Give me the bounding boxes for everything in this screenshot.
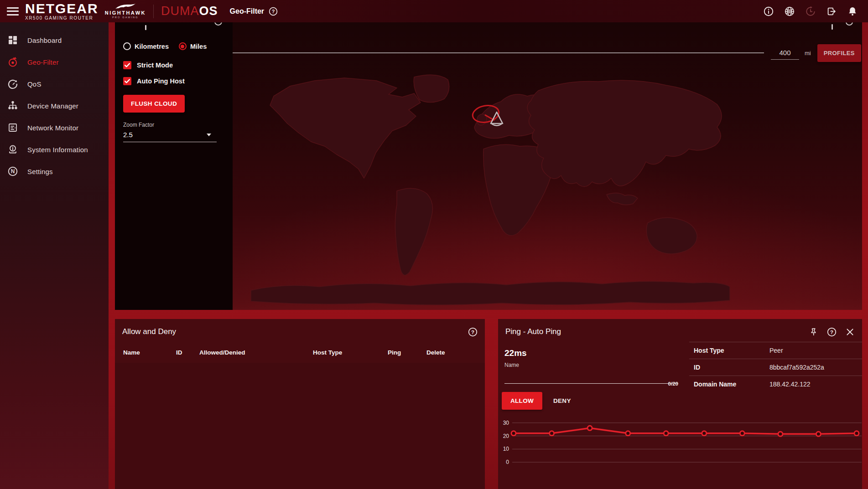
- sidebar-item-label: QoS: [27, 80, 42, 88]
- ping-panel-title: Ping - Auto Ping: [505, 327, 800, 336]
- detail-label: Domain Name: [694, 381, 769, 388]
- history-icon[interactable]: [805, 6, 816, 17]
- detail-value: 8bbcaf7a592a252a: [769, 364, 824, 371]
- topbar-icons: [763, 6, 858, 17]
- close-icon[interactable]: [845, 327, 855, 337]
- column-header-allowed-denied: Allowed/Denied: [199, 349, 313, 356]
- sidebar: DashboardGeo-FilterQoSDevice ManagerNetw…: [0, 22, 109, 489]
- checkbox-row-strict-mode[interactable]: Strict Mode: [123, 61, 233, 69]
- svg-text:?: ?: [272, 9, 275, 14]
- y-axis-tick-label: 20: [503, 433, 509, 439]
- sidebar-item-system-information[interactable]: System Information: [0, 139, 109, 160]
- radio-label-kilometres: Kilometres: [135, 43, 169, 50]
- map-south-america: [395, 188, 432, 275]
- data-point-marker: [778, 432, 783, 436]
- allow-deny-help-icon[interactable]: ?: [468, 327, 478, 337]
- menu-icon[interactable]: [7, 7, 19, 15]
- svg-text:N: N: [11, 168, 15, 175]
- data-point-marker: [664, 431, 668, 436]
- zoom-factor-label: Zoom Factor: [123, 122, 233, 128]
- brand-subtitle: XR500 GAMING ROUTER: [25, 16, 99, 21]
- zoom-factor-select[interactable]: 2.5: [123, 129, 217, 142]
- radio-kilometres[interactable]: [123, 42, 131, 50]
- network-monitor-icon: [7, 122, 18, 133]
- ping-help-icon[interactable]: ?: [827, 327, 837, 337]
- detail-value: 188.42.42.122: [769, 381, 811, 388]
- map-north-america: [270, 78, 421, 178]
- radio-miles[interactable]: [179, 42, 187, 50]
- checkbox-strict-mode[interactable]: [123, 61, 131, 69]
- distance-slider[interactable]: [233, 52, 764, 53]
- data-point-marker: [740, 431, 744, 436]
- char-counter: 0/20: [668, 381, 678, 386]
- topbar-divider: [153, 5, 154, 18]
- sidebar-item-label: Network Monitor: [27, 124, 78, 132]
- logout-icon[interactable]: [826, 6, 837, 17]
- system-information-icon: [7, 144, 18, 155]
- detail-row-id: ID8bbcaf7a592a252a: [689, 359, 862, 376]
- sidebar-item-dashboard[interactable]: Dashboard: [0, 29, 109, 51]
- map-asia: [527, 80, 722, 186]
- allow-deny-table-header: NameIDAllowed/DeniedHost TypePingDelete: [115, 345, 485, 360]
- clipped-pin-icon: [832, 24, 833, 30]
- deny-button[interactable]: DENY: [542, 392, 582, 410]
- allow-deny-title: Allow and Deny: [122, 327, 459, 336]
- nighthawk-bird-icon: [115, 3, 136, 10]
- distance-unit-label: mi: [805, 50, 811, 57]
- allow-button[interactable]: ALLOW: [502, 392, 542, 410]
- column-header-id: ID: [176, 349, 199, 356]
- data-point-marker: [702, 431, 707, 436]
- profiles-button[interactable]: PROFILES: [817, 44, 861, 62]
- map-indonesia: [607, 193, 638, 205]
- checkbox-row-auto-ping-host[interactable]: Auto Ping Host: [123, 77, 233, 85]
- dumaos-logo: DUMAOS: [161, 5, 218, 17]
- geo-filter-map[interactable]: mi PROFILES: [233, 22, 862, 310]
- sidebar-item-device-manager[interactable]: Device Manager: [0, 95, 109, 117]
- sidebar-item-geo-filter[interactable]: Geo-Filter: [0, 51, 109, 73]
- geo-filter-icon: [7, 57, 18, 67]
- page-title: Geo-Filter: [230, 7, 265, 15]
- sidebar-item-settings[interactable]: NSettings: [0, 160, 109, 182]
- distance-unit-radio-group: KilometresMiles: [123, 42, 233, 50]
- netgear-logo: NETGEAR XR500 GAMING ROUTER: [25, 2, 99, 21]
- y-axis-tick-label: 0: [506, 459, 509, 465]
- qos-icon: [7, 78, 18, 89]
- y-axis-tick-label: 10: [503, 446, 509, 452]
- checkbox-auto-ping-host[interactable]: [123, 77, 131, 85]
- sidebar-item-label: Dashboard: [27, 36, 62, 44]
- column-header-ping: Ping: [388, 349, 426, 356]
- distance-input[interactable]: [771, 47, 799, 60]
- detail-label: Host Type: [694, 347, 769, 354]
- detail-row-host-type: Host TypePeer: [689, 342, 862, 359]
- nighthawk-logo: NIGHTHAWK PRO GAMING: [105, 3, 146, 19]
- name-input[interactable]: [504, 368, 678, 384]
- checkbox-label-strict-mode: Strict Mode: [137, 62, 173, 69]
- data-point-marker: [587, 426, 592, 430]
- bell-icon[interactable]: [847, 6, 858, 17]
- info-icon[interactable]: [763, 6, 774, 17]
- ping-history-chart: 3020100: [498, 417, 862, 485]
- zoom-factor-value: 2.5: [123, 131, 133, 139]
- globe-icon[interactable]: [784, 6, 795, 17]
- detail-value: Peer: [769, 347, 783, 354]
- sidebar-item-network-monitor[interactable]: Network Monitor: [0, 117, 109, 139]
- ping-panel: Ping - Auto Ping ? 22ms Name 0/20 ALLOW …: [498, 319, 862, 489]
- data-point-marker: [854, 431, 859, 436]
- flush-cloud-button[interactable]: FLUSH CLOUD: [123, 95, 185, 113]
- detail-label: ID: [694, 364, 769, 371]
- pin-icon[interactable]: [809, 327, 818, 337]
- data-point-marker: [550, 431, 554, 436]
- data-point-marker: [511, 431, 516, 436]
- svg-text:?: ?: [471, 329, 474, 335]
- name-label: Name: [504, 362, 678, 368]
- nighthawk-sublabel: PRO GAMING: [112, 16, 139, 19]
- page-help-icon[interactable]: ?: [269, 7, 278, 16]
- settings-icon: N: [7, 166, 18, 177]
- os-text: OS: [199, 4, 218, 18]
- y-axis-tick-label: 30: [503, 420, 509, 426]
- chevron-down-icon: [207, 134, 211, 136]
- allow-deny-panel: Allow and Deny ? NameIDAllowed/DeniedHos…: [115, 319, 485, 489]
- allow-deny-table-body: [115, 363, 485, 489]
- sidebar-item-qos[interactable]: QoS: [0, 73, 109, 95]
- dashboard-icon: [7, 35, 18, 46]
